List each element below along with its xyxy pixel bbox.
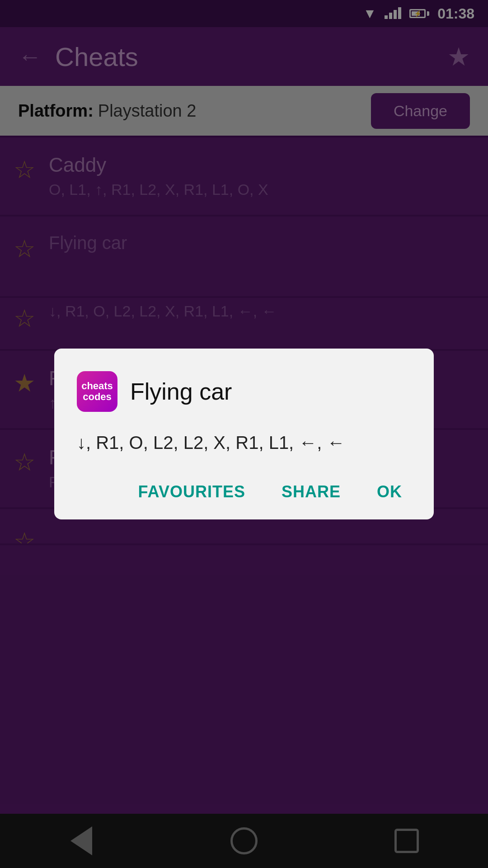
modal-actions: FAVOURITES SHARE OK [77,478,411,506]
app-icon: cheatscodes [77,371,117,412]
ok-button[interactable]: OK [368,478,411,506]
modal-cheat-code: ↓, R1, O, L2, L2, X, R1, L1, ←, ← [77,430,411,455]
favourites-button[interactable]: FAVOURITES [129,478,254,506]
share-button[interactable]: SHARE [272,478,350,506]
modal-title: Flying car [130,378,232,405]
modal-header: cheatscodes Flying car [77,371,411,412]
modal-dialog: cheatscodes Flying car ↓, R1, O, L2, L2,… [54,349,434,519]
modal-overlay: cheatscodes Flying car ↓, R1, O, L2, L2,… [0,0,488,868]
